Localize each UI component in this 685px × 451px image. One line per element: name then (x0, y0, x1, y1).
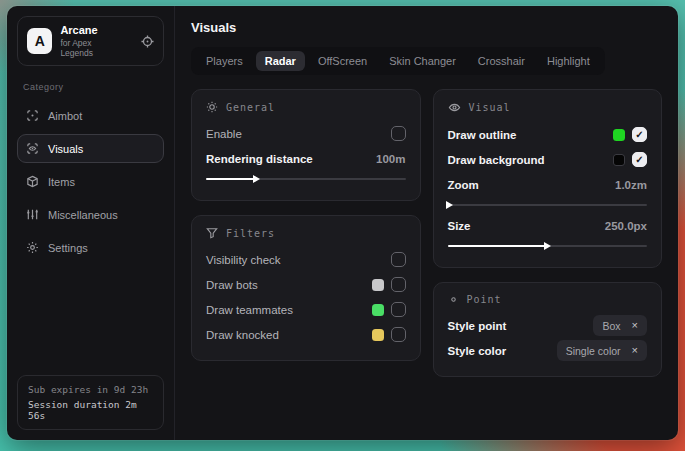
tab-crosshair[interactable]: Crosshair (469, 51, 534, 71)
sun-gear-icon (206, 101, 218, 113)
setting-row-draw-background: Draw background (448, 147, 648, 172)
setting-row-draw-teammates: Draw teammates (206, 297, 406, 322)
setting-row-size: Size 250.0px (448, 213, 648, 238)
setting-row-zoom: Zoom 1.0zm (448, 172, 648, 197)
sidebar-item-settings[interactable]: Settings (17, 233, 164, 262)
visibility-check-checkbox[interactable] (391, 252, 406, 267)
setting-row-style-color: Style color Single color × (448, 338, 648, 363)
tab-offscreen[interactable]: OffScreen (309, 51, 376, 71)
crosshair-icon (26, 109, 39, 122)
setting-label: Enable (206, 128, 242, 140)
sidebar: A Arcane for Apex Legends Category (7, 6, 175, 440)
size-value: 250.0px (605, 220, 647, 232)
card-title: General (226, 102, 275, 113)
setting-label: Style point (448, 320, 507, 332)
style-point-value: Box (602, 320, 620, 332)
session-duration-text: Session duration 2m 56s (28, 399, 153, 421)
subscription-info: Sub expires in 9d 23h Session duration 2… (17, 375, 164, 430)
point-card: Point Style point Box × Style color (433, 282, 663, 377)
draw-outline-checkbox[interactable] (632, 127, 647, 142)
box-icon (26, 175, 39, 188)
app-subtitle: for Apex Legends (60, 38, 125, 58)
scan-eye-icon (26, 142, 39, 155)
size-slider[interactable] (448, 241, 648, 250)
sub-expiry-text: Sub expires in 9d 23h (28, 384, 153, 395)
setting-row-draw-outline: Draw outline (448, 122, 648, 147)
app-logo: A (27, 28, 52, 54)
draw-background-checkbox[interactable] (632, 152, 647, 167)
setting-row-visibility-check: Visibility check (206, 247, 406, 272)
style-point-select[interactable]: Box × (593, 315, 647, 336)
category-label: Category (23, 82, 158, 92)
target-icon[interactable] (141, 35, 154, 48)
app-header-card: A Arcane for Apex Legends (17, 16, 164, 66)
draw-teammates-color-swatch[interactable] (372, 304, 384, 316)
app-window: A Arcane for Apex Legends Category (7, 6, 678, 440)
setting-label: Visibility check (206, 254, 281, 266)
main-content: Visuals Players Radar OffScreen Skin Cha… (175, 6, 678, 440)
general-card: General Enable Rendering distance 100m (191, 89, 421, 201)
clear-icon[interactable]: × (632, 320, 638, 331)
gear-icon (26, 241, 39, 254)
setting-label: Draw outline (448, 129, 517, 141)
sidebar-item-label: Visuals (48, 143, 83, 155)
slider-thumb[interactable] (544, 242, 551, 250)
style-color-value: Single color (566, 345, 621, 357)
draw-knocked-color-swatch[interactable] (372, 329, 384, 341)
tab-players[interactable]: Players (197, 51, 252, 71)
setting-label: Style color (448, 345, 507, 357)
tab-highlight[interactable]: Highlight (538, 51, 599, 71)
rendering-distance-value: 100m (376, 153, 405, 165)
draw-bots-color-swatch[interactable] (372, 279, 384, 291)
app-name: Arcane (60, 24, 125, 36)
rendering-distance-slider[interactable] (206, 174, 406, 183)
setting-label: Draw teammates (206, 304, 293, 316)
tab-radar[interactable]: Radar (256, 51, 305, 71)
setting-label: Draw background (448, 154, 545, 166)
sidebar-item-label: Items (48, 176, 75, 188)
card-title: Visual (469, 102, 511, 113)
tab-skin-changer[interactable]: Skin Changer (380, 51, 465, 71)
draw-knocked-checkbox[interactable] (391, 327, 406, 342)
visuals-tabbar: Players Radar OffScreen Skin Changer Cro… (191, 47, 605, 75)
setting-row-enable: Enable (206, 121, 406, 146)
card-title: Point (467, 294, 502, 305)
slider-thumb[interactable] (446, 201, 453, 209)
zoom-slider[interactable] (448, 200, 648, 209)
setting-label: Draw knocked (206, 329, 279, 341)
draw-background-color-swatch[interactable] (613, 154, 625, 166)
card-title: Filters (226, 228, 275, 239)
page-title: Visuals (191, 20, 662, 35)
setting-row-draw-knocked: Draw knocked (206, 322, 406, 347)
enable-checkbox[interactable] (391, 126, 406, 141)
visual-card: Visual Draw outline Draw background (433, 89, 663, 268)
setting-label: Zoom (448, 179, 479, 191)
eye-icon (448, 101, 461, 114)
draw-outline-color-swatch[interactable] (613, 129, 625, 141)
draw-bots-checkbox[interactable] (391, 277, 406, 292)
filters-card: Filters Visibility check Draw bots (191, 215, 421, 361)
setting-label: Draw bots (206, 279, 258, 291)
sidebar-item-label: Settings (48, 242, 88, 254)
slider-thumb[interactable] (253, 175, 260, 183)
setting-row-rendering-distance: Rendering distance 100m (206, 146, 406, 171)
sidebar-item-miscellaneous[interactable]: Miscellaneous (17, 200, 164, 229)
draw-teammates-checkbox[interactable] (391, 302, 406, 317)
sidebar-item-visuals[interactable]: Visuals (17, 134, 164, 163)
setting-label: Size (448, 220, 471, 232)
grid-icon (26, 208, 39, 221)
sidebar-item-aimbot[interactable]: Aimbot (17, 101, 164, 130)
sidebar-item-items[interactable]: Items (17, 167, 164, 196)
setting-row-draw-bots: Draw bots (206, 272, 406, 297)
zoom-value: 1.0zm (615, 179, 647, 191)
setting-row-style-point: Style point Box × (448, 313, 648, 338)
funnel-icon (206, 227, 218, 239)
clear-icon[interactable]: × (632, 345, 638, 356)
style-color-select[interactable]: Single color × (557, 340, 647, 361)
setting-label: Rendering distance (206, 153, 313, 165)
sidebar-item-label: Miscellaneous (48, 209, 118, 221)
dot-icon (448, 294, 459, 305)
sidebar-item-label: Aimbot (48, 110, 82, 122)
